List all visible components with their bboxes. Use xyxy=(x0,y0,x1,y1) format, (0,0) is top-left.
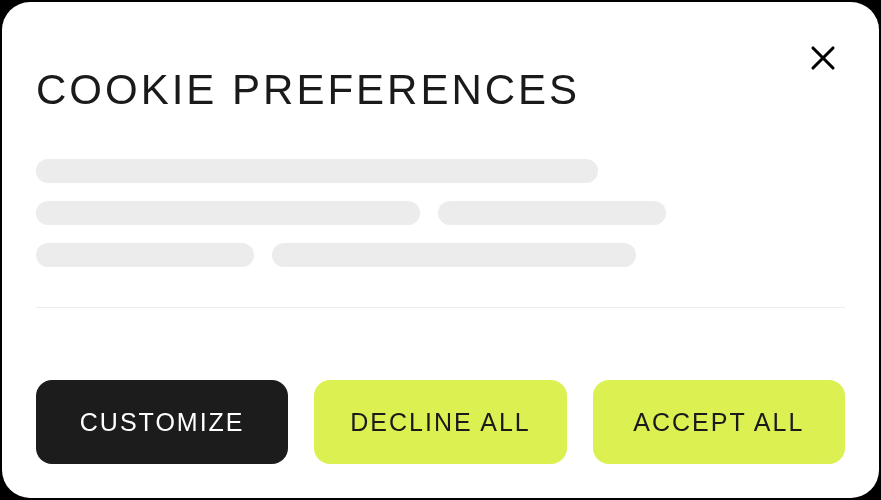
skeleton-line xyxy=(36,201,420,225)
decline-all-button[interactable]: DECLINE ALL xyxy=(314,380,566,464)
skeleton-line xyxy=(36,243,254,267)
close-button[interactable] xyxy=(805,40,841,76)
body-text-skeleton xyxy=(36,159,845,267)
divider xyxy=(36,307,845,308)
customize-button[interactable]: CUSTOMIZE xyxy=(36,380,288,464)
cookie-preferences-dialog: COOKIE PREFERENCES CUSTOMIZE DECLINE ALL… xyxy=(2,2,879,498)
skeleton-line xyxy=(272,243,636,267)
accept-all-button[interactable]: ACCEPT ALL xyxy=(593,380,845,464)
button-row: CUSTOMIZE DECLINE ALL ACCEPT ALL xyxy=(36,380,845,464)
close-icon xyxy=(808,43,838,73)
skeleton-line xyxy=(438,201,666,225)
skeleton-line xyxy=(36,159,598,183)
dialog-title: COOKIE PREFERENCES xyxy=(36,66,845,114)
